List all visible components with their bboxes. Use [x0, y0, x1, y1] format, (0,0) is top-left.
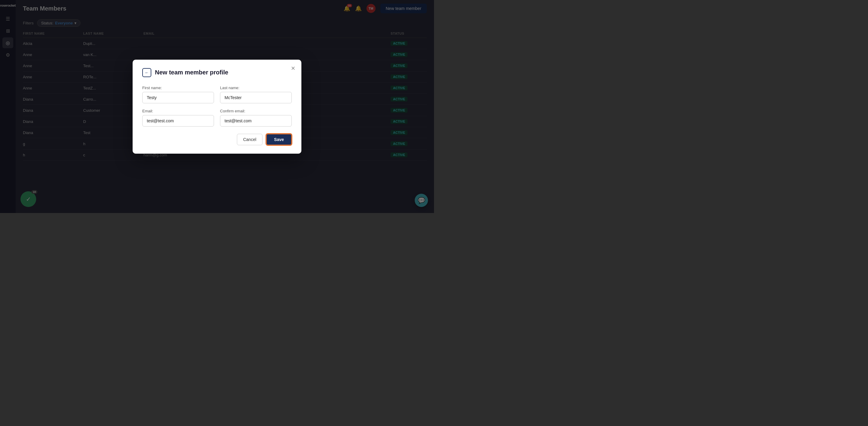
confirm-email-label: Confirm email:	[220, 109, 292, 113]
first-name-label: First name:	[142, 86, 214, 90]
last-name-label: Last name:	[220, 86, 292, 90]
modal-overlay: ← New team member profile ✕ First name: …	[0, 0, 434, 213]
email-row: Email: Confirm email:	[142, 109, 292, 127]
email-group: Email:	[142, 109, 214, 127]
new-team-member-modal: ← New team member profile ✕ First name: …	[133, 60, 301, 154]
modal-footer: Cancel Save	[142, 134, 292, 145]
confirm-email-group: Confirm email:	[220, 109, 292, 127]
modal-header: ← New team member profile	[142, 68, 292, 77]
back-button[interactable]: ←	[142, 68, 151, 77]
email-label: Email:	[142, 109, 214, 113]
first-name-group: First name:	[142, 86, 214, 103]
email-input[interactable]	[142, 115, 214, 127]
last-name-input[interactable]	[220, 92, 292, 103]
confirm-email-input[interactable]	[220, 115, 292, 127]
first-name-input[interactable]	[142, 92, 214, 103]
save-button[interactable]: Save	[266, 134, 292, 145]
modal-title: New team member profile	[155, 69, 228, 76]
back-icon: ←	[145, 70, 149, 75]
last-name-group: Last name:	[220, 86, 292, 103]
cancel-button[interactable]: Cancel	[237, 134, 263, 145]
close-button[interactable]: ✕	[291, 66, 296, 71]
name-row: First name: Last name:	[142, 86, 292, 103]
